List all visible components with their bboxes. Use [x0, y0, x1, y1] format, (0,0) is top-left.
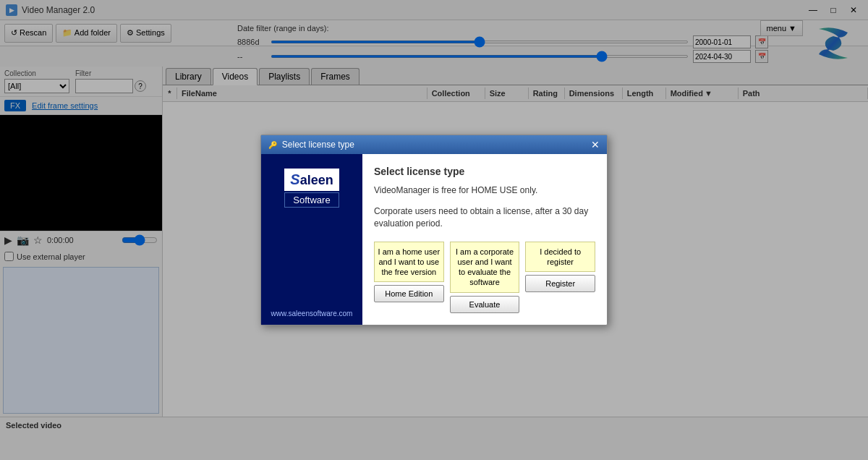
license-register-text: I decided to register: [525, 242, 595, 273]
dialog-body: Saleen Software www.saleensoftware.com S…: [261, 154, 607, 325]
dialog-heading: Select license type: [374, 166, 595, 177]
dialog-desc: VideoManager is free for HOME USE only.: [374, 184, 595, 197]
register-button[interactable]: Register: [525, 275, 595, 292]
saleen-logo-top: Saleen: [284, 169, 339, 191]
dialog-title-left: 🔑 Select license type: [268, 140, 354, 150]
home-edition-button[interactable]: Home Edition: [374, 285, 444, 302]
dialog-title-bar: 🔑 Select license type ✕: [261, 135, 607, 154]
license-home-text: I am a home user and I want to use the f…: [374, 242, 444, 283]
license-dialog: 🔑 Select license type ✕ Saleen Software …: [260, 135, 608, 325]
saleen-s-italic: S: [290, 171, 299, 187]
dialog-title-icon: 🔑: [268, 141, 279, 149]
evaluate-button[interactable]: Evaluate: [450, 296, 520, 313]
license-corporate-text: I am a corporate user and I want to eval…: [450, 242, 520, 293]
dialog-close-button[interactable]: ✕: [591, 140, 600, 150]
dialog-right-panel: Select license type VideoManager is free…: [362, 154, 607, 325]
dialog-title-text: Select license type: [282, 140, 354, 150]
modal-overlay: 🔑 Select license type ✕ Saleen Software …: [0, 0, 868, 460]
saleen-aleen: aleen: [300, 173, 333, 187]
license-option-home: I am a home user and I want to use the f…: [374, 242, 444, 313]
saleen-logo-bottom: Software: [284, 192, 339, 208]
dialog-left-panel: Saleen Software www.saleensoftware.com: [261, 154, 362, 325]
dialog-website: www.saleensoftware.com: [271, 310, 353, 318]
license-options: I am a home user and I want to use the f…: [374, 242, 595, 313]
license-option-register: I decided to register Register: [525, 242, 595, 313]
dialog-desc2: Corporate users need to obtain a license…: [374, 205, 595, 230]
saleen-logo: Saleen Software: [284, 169, 339, 208]
license-option-corporate: I am a corporate user and I want to eval…: [450, 242, 520, 313]
saleen-software-text: Software: [293, 195, 330, 205]
